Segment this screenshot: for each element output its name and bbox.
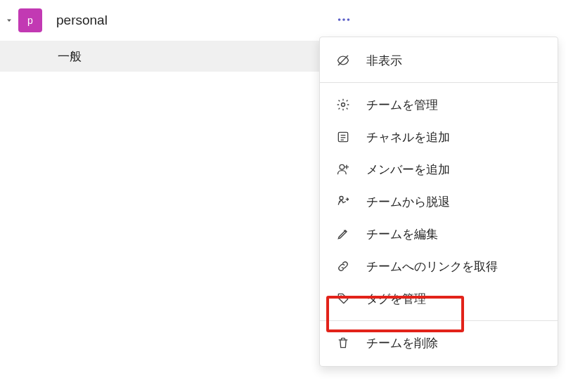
channel-general[interactable]: 一般: [0, 41, 373, 72]
channel-label: 一般: [58, 48, 82, 65]
menu-label: 非表示: [366, 53, 402, 69]
svg-point-9: [340, 164, 345, 169]
menu-edit-team[interactable]: チームを編集: [320, 218, 558, 250]
menu-label: チャネルを追加: [366, 129, 450, 145]
svg-point-12: [340, 197, 343, 200]
teams-sidebar: p personal 一般: [0, 0, 373, 392]
more-icon: [336, 12, 352, 30]
svg-point-1: [342, 18, 345, 21]
trash-icon: [335, 335, 351, 351]
leave-team-icon: [335, 194, 351, 209]
add-member-icon: [335, 162, 351, 177]
svg-point-4: [342, 103, 345, 107]
menu-manage-team[interactable]: チームを管理: [320, 89, 558, 121]
menu-hide[interactable]: 非表示: [320, 44, 558, 77]
hide-icon: [335, 53, 351, 68]
gear-icon: [335, 97, 351, 112]
team-avatar-letter: p: [27, 15, 33, 26]
menu-manage-tags[interactable]: タグを管理: [320, 282, 558, 315]
menu-label: タグを管理: [366, 291, 426, 307]
team-avatar: p: [18, 8, 42, 32]
team-more-button[interactable]: [336, 12, 352, 30]
menu-add-member[interactable]: メンバーを追加: [320, 153, 558, 185]
menu-leave-team[interactable]: チームから脱退: [320, 185, 558, 218]
team-context-menu: 非表示 チームを管理 チャネルを追加: [319, 37, 558, 367]
menu-delete-team[interactable]: チームを削除: [320, 327, 558, 359]
edit-icon: [335, 226, 351, 242]
add-channel-icon: [335, 129, 351, 145]
menu-label: チームへのリンクを取得: [366, 259, 498, 275]
svg-point-13: [340, 296, 342, 298]
team-name: personal: [56, 13, 108, 28]
svg-point-2: [347, 18, 350, 21]
menu-label: メンバーを追加: [366, 162, 450, 178]
menu-divider: [320, 320, 558, 321]
team-row[interactable]: p personal: [0, 0, 373, 41]
svg-point-0: [338, 18, 341, 21]
menu-label: チームを削除: [366, 335, 438, 351]
expand-caret-icon[interactable]: [4, 16, 14, 25]
tag-icon: [335, 291, 351, 306]
menu-get-link[interactable]: チームへのリンクを取得: [320, 250, 558, 282]
link-icon: [335, 259, 351, 274]
menu-label: チームから脱退: [366, 194, 450, 210]
menu-add-channel[interactable]: チャネルを追加: [320, 121, 558, 153]
menu-label: チームを管理: [366, 97, 438, 113]
menu-divider: [320, 82, 558, 83]
menu-label: チームを編集: [366, 226, 438, 242]
